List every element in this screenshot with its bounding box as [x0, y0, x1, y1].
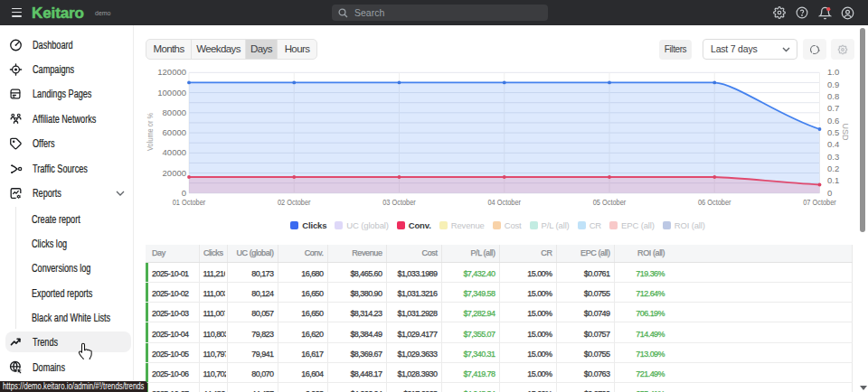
svg-text:60000: 60000: [163, 127, 186, 137]
svg-text:0.4: 0.4: [827, 139, 839, 149]
svg-text:04 October: 04 October: [488, 197, 522, 207]
svg-text:Volume or %: Volume or %: [146, 113, 155, 151]
svg-text:20000: 20000: [163, 168, 186, 178]
svg-text:07 October: 07 October: [803, 197, 836, 207]
svg-text:1.0: 1.0: [827, 67, 839, 77]
svg-text:0.6: 0.6: [827, 116, 839, 126]
svg-text:80000: 80000: [163, 107, 186, 117]
svg-text:100000: 100000: [157, 88, 186, 98]
svg-text:02 October: 02 October: [278, 197, 311, 207]
svg-text:06 October: 06 October: [698, 197, 731, 207]
svg-text:0.7: 0.7: [827, 103, 839, 113]
svg-text:0.1: 0.1: [827, 175, 839, 185]
svg-text:0.2: 0.2: [827, 163, 839, 173]
svg-text:05 October: 05 October: [593, 197, 627, 207]
svg-text:0.8: 0.8: [827, 91, 839, 101]
svg-text:0.9: 0.9: [827, 79, 839, 89]
svg-text:0.3: 0.3: [827, 152, 839, 162]
svg-text:USD: USD: [841, 123, 850, 141]
svg-text:01 October: 01 October: [173, 197, 206, 207]
svg-text:40000: 40000: [163, 147, 186, 157]
svg-text:120000: 120000: [157, 67, 186, 77]
svg-text:0.5: 0.5: [827, 127, 839, 137]
svg-text:03 October: 03 October: [382, 197, 416, 207]
